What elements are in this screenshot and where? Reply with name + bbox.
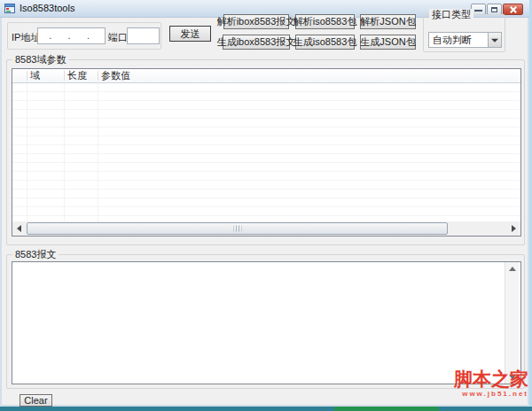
- scroll-up-button[interactable]: [505, 262, 520, 275]
- window-title: Iso8583tools: [20, 0, 74, 17]
- interface-type-select[interactable]: 自动判断: [428, 32, 502, 48]
- message-group-label: 8583报文: [12, 249, 59, 260]
- fields-table-header[interactable]: 域 长度 参数值: [12, 69, 520, 83]
- generate-ibox8583-button[interactable]: 生成ibox8583报文: [223, 35, 290, 50]
- arrow-up-icon: [509, 267, 516, 271]
- fields-table-body[interactable]: [12, 83, 520, 221]
- horizontal-scrollbar[interactable]: [12, 221, 520, 236]
- combo-dropdown-button[interactable]: [488, 33, 501, 47]
- interface-type-selected-value: 自动判断: [433, 33, 472, 47]
- close-icon: [504, 4, 522, 14]
- grid-line: [64, 83, 65, 221]
- ip-address-input[interactable]: . . .: [37, 27, 106, 44]
- scroll-down-button[interactable]: [505, 371, 520, 384]
- arrow-right-icon: [512, 225, 516, 232]
- fields-group-label: 8583域参数: [12, 54, 68, 65]
- background-window-strip-green: [334, 407, 439, 411]
- interface-type-group: 接口类型 自动判断: [423, 14, 505, 52]
- desktop: Iso8583tools IP地址: . . . 端口: 发送 解析ibox85…: [0, 0, 532, 411]
- send-button[interactable]: 发送: [169, 26, 211, 42]
- message-textarea[interactable]: [12, 261, 521, 384]
- scrollbar-grip-icon: [233, 226, 241, 232]
- vertical-scrollbar[interactable]: [505, 262, 519, 384]
- grid-line: [27, 83, 27, 221]
- app-window: Iso8583tools IP地址: . . . 端口: 发送 解析ibox85…: [0, 0, 529, 407]
- connection-group: IP地址: . . . 端口:: [7, 22, 161, 50]
- column-header-length[interactable]: 长度: [64, 69, 98, 82]
- column-header-value[interactable]: 参数值: [98, 69, 520, 82]
- close-button[interactable]: [503, 4, 523, 15]
- grid-line: [98, 83, 98, 221]
- scroll-left-button[interactable]: [12, 221, 27, 236]
- background-window-strip: [0, 407, 532, 411]
- interface-type-group-label: 接口类型: [429, 9, 473, 19]
- maximize-icon: [491, 7, 497, 12]
- generate-iso8583-button[interactable]: 生成iso8583包: [295, 35, 355, 50]
- column-header-field[interactable]: 域: [27, 69, 64, 82]
- fields-group: 8583域参数 域 长度 参数值: [6, 59, 525, 245]
- arrow-down-icon: [509, 375, 516, 379]
- scroll-right-button[interactable]: [506, 221, 520, 236]
- minimize-icon: [474, 10, 482, 12]
- parse-json-button[interactable]: 解析JSON包: [360, 14, 416, 29]
- generate-json-button[interactable]: 生成JSON包: [360, 35, 416, 50]
- chevron-down-icon: [491, 39, 498, 43]
- parse-ibox8583-button[interactable]: 解析ibox8583报文: [223, 14, 289, 29]
- port-input[interactable]: [127, 27, 160, 44]
- parse-iso8583-button[interactable]: 解析iso8583包: [295, 14, 355, 29]
- fields-listview[interactable]: 域 长度 参数值: [12, 68, 521, 237]
- arrow-left-icon: [17, 225, 21, 232]
- app-icon: [4, 3, 16, 14]
- message-group: 8583报文: [6, 254, 525, 389]
- horizontal-scrollbar-thumb[interactable]: [27, 222, 448, 235]
- clear-button[interactable]: Clear: [20, 394, 52, 407]
